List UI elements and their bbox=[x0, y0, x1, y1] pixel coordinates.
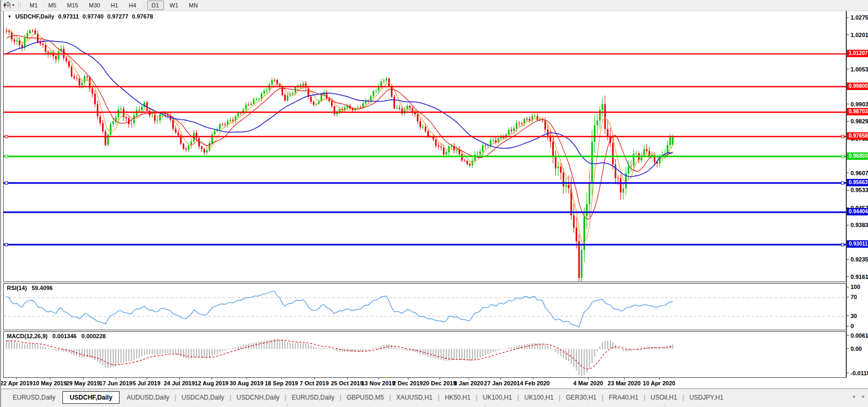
price-tick-label: 0.91610 bbox=[851, 273, 868, 281]
price-tick-label: 0.96070 bbox=[851, 169, 868, 177]
date-tick-label: 7 Oct 2019 bbox=[299, 380, 328, 386]
chart-tab-uk100-h1[interactable]: UK100,H1 bbox=[478, 392, 517, 403]
date-tick-label: 8 Jan 2020 bbox=[454, 380, 483, 386]
timeframe-button-h1[interactable]: H1 bbox=[106, 1, 123, 10]
date-tick-mark bbox=[179, 378, 180, 379]
date-tick-label: 18 Sep 2019 bbox=[265, 380, 298, 386]
chart-tab-fra40-h1[interactable]: FRA40,H1 bbox=[604, 392, 644, 403]
rsi-canvas[interactable] bbox=[4, 284, 846, 330]
date-tick-mark bbox=[659, 378, 660, 379]
date-tick-mark bbox=[281, 378, 282, 379]
macd-tick-label: 0.00 bbox=[851, 345, 862, 352]
macd-tick-label: 0.006167 bbox=[851, 332, 868, 339]
macd-tick-label: -0.011531 bbox=[851, 369, 868, 377]
chart-tab-usdchf-daily[interactable]: USDCHF,Daily bbox=[62, 391, 120, 404]
chart-tab-xauusd-h1[interactable]: XAUUSD,H1 bbox=[391, 392, 438, 403]
price-tick-mark bbox=[847, 104, 849, 104]
date-tick-label: 5 Jul 2019 bbox=[133, 380, 161, 386]
line-price-badge: 0.93011 bbox=[847, 240, 868, 248]
price-tick-label: 1.02010 bbox=[851, 31, 868, 39]
date-tick-label: 27 Jan 2020 bbox=[484, 380, 517, 386]
triangle-down-icon: ▼ bbox=[7, 14, 12, 19]
chart-tab-ger30-h1[interactable]: GER30,H1 bbox=[561, 392, 602, 403]
timeframe-button-w1[interactable]: W1 bbox=[165, 1, 184, 10]
price-tick-label: 0.95330 bbox=[851, 186, 868, 194]
price-tick-mark bbox=[847, 34, 849, 35]
date-tick-mark bbox=[83, 378, 84, 379]
line-price-badge: 0.94404 bbox=[847, 208, 868, 215]
timeframe-button-m30[interactable]: M30 bbox=[84, 1, 105, 10]
macd-canvas[interactable] bbox=[4, 332, 846, 377]
price-tick-label: 1.00530 bbox=[851, 66, 868, 73]
date-axis[interactable]: 22 Apr 201910 May 201929 May 201917 Jun … bbox=[3, 378, 846, 388]
rsi-value: 59.4096 bbox=[32, 285, 53, 291]
price-tick-label: 0.93830 bbox=[851, 221, 868, 229]
rsi-tick-mark bbox=[847, 326, 849, 327]
ohlc-open: 0.97311 bbox=[58, 13, 79, 20]
date-tick-label: 30 Aug 2019 bbox=[230, 380, 263, 386]
rsi-label: RSI(14) 59.4096 bbox=[7, 285, 56, 291]
price-tick-mark bbox=[847, 225, 849, 225]
date-tick-label: 17 Jun 2019 bbox=[99, 380, 132, 386]
chart-tab-audusd-daily[interactable]: AUDUSD,Daily bbox=[121, 392, 175, 403]
chart-type-button[interactable]: ▾ bbox=[1, 1, 16, 10]
status-bar bbox=[1, 404, 868, 407]
rsi-tick-label: 0 bbox=[851, 322, 854, 330]
timeframe-button-d1[interactable]: D1 bbox=[147, 1, 164, 10]
timeframe-button-h4[interactable]: H4 bbox=[124, 1, 141, 10]
ohlc-low: 0.97277 bbox=[107, 13, 129, 20]
chart-tab-usoil-h1[interactable]: USOil,H1 bbox=[645, 392, 682, 403]
toolbar-grip[interactable] bbox=[18, 2, 21, 9]
date-tick-mark bbox=[314, 378, 315, 379]
price-tick-mark bbox=[847, 190, 849, 191]
chart-tab-usdcnh-daily[interactable]: USDCNH,Daily bbox=[231, 392, 285, 403]
timeframe-button-m5[interactable]: M5 bbox=[43, 1, 61, 10]
caret-down-icon: ▾ bbox=[12, 1, 14, 10]
date-tick-label: 12 Aug 2019 bbox=[195, 380, 229, 386]
price-tick-label: 0.98290 bbox=[851, 117, 868, 125]
date-tick-mark bbox=[624, 378, 625, 379]
price-tick-label: 0.99030 bbox=[851, 101, 868, 108]
right-arrow-icon[interactable]: ▸ bbox=[862, 393, 865, 399]
main-chart-panel[interactable]: ▼ USDCHF,Daily 0.97311 0.97740 0.97277 0… bbox=[3, 11, 846, 282]
price-tick-mark bbox=[847, 259, 849, 260]
macd-value-main: 0.001346 bbox=[52, 333, 77, 339]
chart-tab-hk50-h1[interactable]: HK50,H1 bbox=[440, 392, 476, 403]
rsi-tick-mark bbox=[847, 287, 849, 287]
main-chart-canvas[interactable] bbox=[4, 11, 846, 282]
date-tick-label: 25 Oct 2019 bbox=[331, 380, 363, 386]
date-tick-mark bbox=[246, 378, 247, 379]
chart-tab-gbpusd-m5[interactable]: GBPUSD,M5 bbox=[341, 392, 389, 403]
chart-tab-usdjpy-h1[interactable]: USDJPY,H1 bbox=[684, 392, 728, 403]
macd-label: MACD(12,26,9) 0.001346 0.000228 bbox=[7, 333, 109, 339]
date-tick-mark bbox=[16, 378, 17, 379]
line-price-badge: 1.01207 bbox=[847, 50, 868, 57]
line-price-badge: 0.98703 bbox=[847, 108, 868, 115]
date-tick-label: 20 Dec 2019 bbox=[423, 380, 456, 386]
chart-tab-eurusd-daily[interactable]: EURUSD,Daily bbox=[286, 392, 340, 403]
macd-panel[interactable]: MACD(12,26,9) 0.001346 0.000228 bbox=[3, 331, 846, 378]
macd-tick-mark bbox=[847, 373, 849, 373]
macd-name: MACD(12,26,9) bbox=[7, 333, 48, 339]
date-tick-label: 29 May 2019 bbox=[66, 380, 100, 386]
macd-tick-mark bbox=[847, 348, 849, 349]
timeframe-toolbar: ▾ M1M5M15M30H1H4D1W1MN bbox=[1, 0, 868, 11]
price-tick-label: 1.02750 bbox=[851, 14, 868, 21]
price-tick-label: 0.92350 bbox=[851, 256, 868, 263]
rsi-panel[interactable]: RSI(14) 59.4096 bbox=[3, 283, 846, 330]
timeframe-button-mn[interactable]: MN bbox=[184, 1, 203, 10]
price-axis[interactable]: 1.027501.020101.005300.990300.982900.975… bbox=[846, 11, 868, 377]
date-tick-mark bbox=[588, 378, 589, 379]
timeframe-button-m1[interactable]: M1 bbox=[25, 1, 42, 10]
date-tick-label: 13 Nov 2019 bbox=[361, 380, 395, 386]
date-tick-mark bbox=[116, 378, 116, 379]
chart-tab-uk100-h1[interactable]: UK100,H1 bbox=[519, 392, 559, 403]
date-tick-label: 24 Jul 2019 bbox=[164, 380, 195, 386]
date-tick-mark bbox=[408, 378, 408, 379]
chart-tab-usdcad-daily[interactable]: USDCAD,Daily bbox=[176, 392, 230, 403]
line-price-badge: 0.95663 bbox=[847, 179, 868, 186]
price-tick-mark bbox=[847, 276, 849, 277]
left-arrow-icon[interactable]: ◂ bbox=[852, 393, 855, 399]
chart-tab-eurusd-daily[interactable]: EURUSD,Daily bbox=[7, 392, 61, 403]
timeframe-button-m15[interactable]: M15 bbox=[62, 1, 83, 10]
